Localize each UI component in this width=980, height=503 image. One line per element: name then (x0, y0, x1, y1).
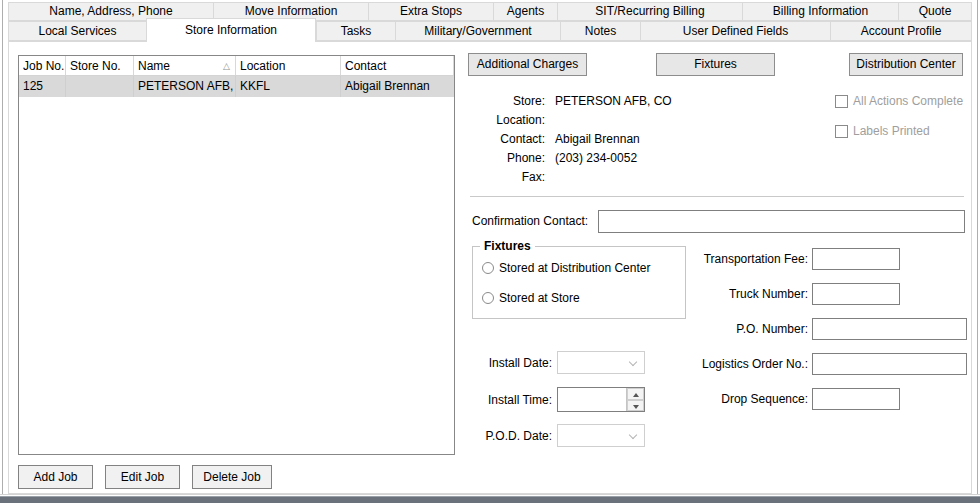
chevron-down-icon (629, 431, 637, 439)
truck-number-label: Truck Number: (630, 287, 808, 301)
store-label: Store: (470, 94, 545, 113)
tab-extra-stops[interactable]: Extra Stops (368, 2, 493, 21)
all-actions-complete-label: All Actions Complete (853, 94, 963, 108)
window-bottom-bar (0, 496, 980, 503)
edit-job-button[interactable]: Edit Job (105, 465, 180, 489)
section-divider (470, 196, 964, 197)
radio-icon (482, 292, 494, 304)
tab-account-profile[interactable]: Account Profile (830, 21, 972, 41)
tab-strip-row2: Local Services Store Information Tasks M… (8, 21, 972, 41)
store-info-block: Store: PETERSON AFB, CO Location: Contac… (470, 94, 672, 189)
window-right-edge (977, 0, 978, 495)
column-header-name-label: Name (138, 59, 170, 75)
stored-at-distribution-center-radio[interactable]: Stored at Distribution Center (482, 261, 650, 275)
checkbox-icon (835, 125, 848, 138)
column-header-store-no[interactable]: Store No. (66, 56, 134, 75)
po-number-input[interactable] (812, 318, 967, 340)
location-label: Location: (470, 113, 545, 132)
logistics-order-no-input[interactable] (812, 353, 967, 375)
job-row-selected[interactable]: 125 PETERSON AFB, C KKFL Abigail Brennan (19, 76, 454, 97)
store-info-row: Fax: (470, 170, 672, 189)
fixtures-group-title: Fixtures (480, 239, 535, 253)
job-cell-job-no: 125 (19, 76, 66, 97)
contact-value: Abigail Brennan (555, 132, 640, 151)
column-header-location[interactable]: Location (236, 56, 341, 75)
tab-military-government[interactable]: Military/Government (395, 21, 560, 41)
tab-store-information[interactable]: Store Information (146, 18, 316, 42)
install-time-label: Install Time: (430, 393, 552, 407)
fax-label: Fax: (470, 170, 545, 189)
labels-printed-label: Labels Printed (853, 124, 930, 138)
transportation-fee-input[interactable] (812, 248, 900, 270)
stored-at-distribution-center-label: Stored at Distribution Center (499, 261, 650, 275)
checkbox-icon (835, 95, 848, 108)
phone-label: Phone: (470, 151, 545, 170)
tab-local-services[interactable]: Local Services (8, 21, 146, 41)
store-info-row: Contact: Abigail Brennan (470, 132, 672, 151)
delete-job-button[interactable]: Delete Job (192, 465, 272, 489)
job-cell-store-no (66, 76, 134, 97)
job-cell-name: PETERSON AFB, C (134, 76, 236, 97)
store-information-window: Name, Address, Phone Move Information Ex… (0, 0, 980, 503)
tab-sit-recurring-billing[interactable]: SIT/Recurring Billing (557, 2, 742, 21)
sort-ascending-icon: △ (223, 59, 230, 75)
confirmation-contact-input[interactable] (598, 210, 965, 233)
po-number-label: P.O. Number: (630, 322, 808, 336)
pod-date-dropdown[interactable] (557, 424, 645, 447)
logistics-order-no-label: Logistics Order No.: (630, 357, 808, 371)
store-info-row: Phone: (203) 234-0052 (470, 151, 672, 170)
column-header-job-no[interactable]: Job No. (19, 56, 66, 75)
labels-printed-checkbox[interactable]: Labels Printed (835, 124, 930, 138)
tab-billing-information[interactable]: Billing Information (742, 2, 898, 21)
tab-notes[interactable]: Notes (560, 21, 640, 41)
additional-charges-button[interactable]: Additional Charges (468, 53, 587, 76)
stored-at-store-label: Stored at Store (499, 291, 580, 305)
window-left-edge (2, 0, 3, 495)
distribution-center-button[interactable]: Distribution Center (849, 53, 963, 76)
install-date-label: Install Date: (430, 356, 552, 370)
job-list: Job No. Store No. Name △ Location Contac… (18, 55, 455, 455)
pod-date-label: P.O.D. Date: (430, 429, 552, 443)
job-cell-contact: Abigail Brennan (341, 76, 454, 97)
fixtures-button[interactable]: Fixtures (656, 53, 775, 76)
store-value: PETERSON AFB, CO (555, 94, 672, 113)
stored-at-store-radio[interactable]: Stored at Store (482, 291, 580, 305)
window-bottom-line (0, 494, 980, 495)
add-job-button[interactable]: Add Job (18, 465, 93, 489)
all-actions-complete-checkbox[interactable]: All Actions Complete (835, 94, 963, 108)
column-header-contact[interactable]: Contact (341, 56, 454, 75)
job-cell-location: KKFL (236, 76, 341, 97)
job-list-header: Job No. Store No. Name △ Location Contac… (19, 56, 454, 76)
drop-sequence-input[interactable] (812, 388, 900, 410)
column-header-name[interactable]: Name △ (134, 56, 236, 75)
tab-quote[interactable]: Quote (898, 2, 972, 21)
truck-number-input[interactable] (812, 283, 900, 305)
tab-agents[interactable]: Agents (493, 2, 557, 21)
confirmation-contact-label: Confirmation Contact: (472, 214, 588, 228)
drop-sequence-label: Drop Sequence: (630, 392, 808, 406)
tab-user-defined-fields[interactable]: User Defined Fields (640, 21, 830, 41)
tab-tasks[interactable]: Tasks (316, 21, 395, 41)
transportation-fee-label: Transportation Fee: (630, 252, 808, 266)
radio-icon (482, 262, 494, 274)
store-info-row: Location: (470, 113, 672, 132)
contact-label: Contact: (470, 132, 545, 151)
phone-value: (203) 234-0052 (555, 151, 637, 170)
store-info-row: Store: PETERSON AFB, CO (470, 94, 672, 113)
